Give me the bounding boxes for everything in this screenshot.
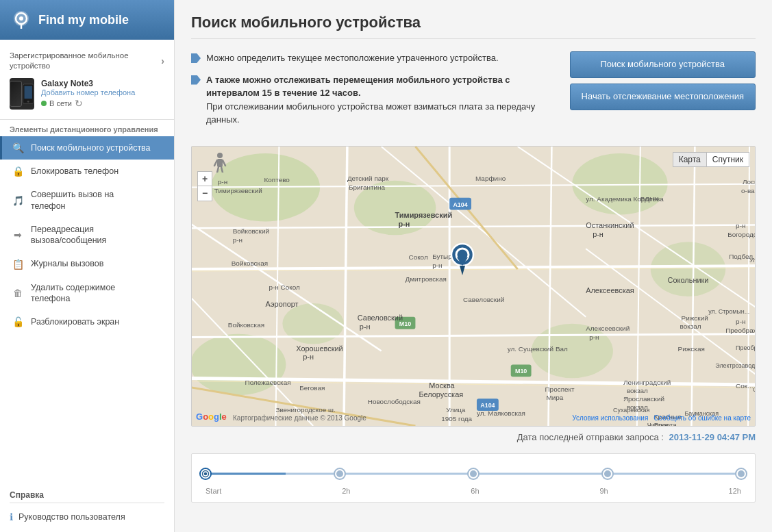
map-container[interactable]: M10 M10 A104 A104 р-н Тимирязевский Тими… [191,146,756,427]
timeline-label-2h: 2h [342,487,350,495]
device-image [10,78,34,110]
svg-line-123 [217,167,219,173]
map-link-error[interactable]: Сообщить об ошибке на карте [653,414,751,422]
help-label-manual: Руководство пользователя [18,512,125,522]
remote-section-title: Элементы дистанционного управления [0,120,174,136]
logo-icon [11,10,32,30]
svg-text:Мира: Мира [546,394,563,401]
svg-line-124 [221,167,223,173]
map-person-icon [212,152,227,175]
bullet-text-1: Можно определить текущее местоположение … [206,51,499,65]
sidebar-header: Find my mobile [0,0,174,40]
svg-text:р-н: р-н [233,236,242,244]
svg-text:Новослободская: Новослободская [368,398,421,405]
svg-text:р-н: р-н [360,322,371,330]
svg-text:Детский парк: Детский парк [347,174,389,181]
device-section-header: Зарегистрированное мобильное устройство … [0,47,174,75]
device-status: В сети ↻ [41,98,164,109]
sidebar-item-lock[interactable]: 🔒 Блокировать телефон [0,160,174,183]
sidebar-item-logs[interactable]: 📋 Журналы вызовов [0,252,174,275]
svg-text:о-ва: о-ва [741,186,755,194]
map-link-terms[interactable]: Условия использования [572,414,648,422]
svg-text:р-н: р-н [589,333,599,340]
timeline-container: Start 2h 6h 9h 12h [191,453,756,503]
nav-items: 🔍 Поиск мобильного устройства 🔒 Блокиров… [0,136,174,334]
timeline-dot-12h[interactable] [736,469,746,479]
svg-text:Бригантина: Бригантина [349,183,386,190]
sidebar-item-wipe[interactable]: 🗑 Удалить содержимоетелефона [0,276,174,311]
device-section: Зарегистрированное мобильное устройство … [0,40,174,120]
svg-rect-5 [24,86,32,99]
svg-text:ул. Маяковская: ул. Маяковская [477,409,525,417]
map-pin [450,242,475,277]
svg-text:Полежаевская: Полежаевская [245,379,291,386]
svg-text:Сок...: Сок... [736,382,753,390]
svg-point-125 [201,470,210,478]
help-section: Справка ℹ Руководство пользователя [0,483,174,532]
forward-icon: ➡ [12,229,24,240]
svg-text:Белорусская: Белорусская [419,390,463,398]
svg-text:Сокол: Сокол [408,253,427,261]
zoom-in-button[interactable]: + [197,171,212,186]
timeline-dot-2h[interactable] [335,469,345,479]
svg-text:Хорошевский: Хорошевский [296,344,343,352]
svg-text:Звенигородское ш.: Звенигородское ш. [275,406,335,414]
sidebar-item-call[interactable]: 🎵 Совершить вызов нателефон [0,183,174,218]
device-add-number[interactable]: Добавить номер телефона [41,88,164,97]
search-button[interactable]: Поиск мобильного устройства [570,51,756,78]
nav-label-logs: Журналы вызовов [31,258,164,269]
help-item-manual[interactable]: ℹ Руководство пользователя [10,509,164,525]
svg-text:Преображ...: Преображ... [725,326,755,333]
sidebar-item-forward[interactable]: ➡ Переадресациявызова/сообщения [0,218,174,253]
svg-text:вокзал: вокзал [627,387,648,394]
zoom-out-button[interactable]: − [197,186,212,201]
google-logo: Google [196,411,227,422]
main-content: Поиск мобильного устройства Можно опреде… [175,0,772,532]
info-bullet-2: А также можно отслеживать перемещения мо… [191,73,556,127]
bullet-icon-1 [191,53,201,63]
svg-point-119 [217,153,223,158]
svg-point-13 [282,303,344,344]
svg-text:Тимирязевский: Тимирязевский [395,211,453,219]
svg-text:1905 года: 1905 года [441,415,472,422]
svg-text:Алексеевская: Алексеевская [586,286,634,294]
svg-text:Улi...: Улi... [749,257,755,264]
map-type-satellite[interactable]: Спутник [707,152,749,167]
svg-text:р-н: р-н [736,317,745,325]
timeline-labels: Start 2h 6h 9h 12h [206,487,741,495]
svg-text:ул. Сущевский Вал: ул. Сущевский Вал [508,344,568,352]
svg-text:Коптево: Коптево [264,175,290,183]
svg-line-121 [214,160,217,166]
svg-text:Москва: Москва [429,381,455,390]
info-section: Можно определить текущее местоположение … [191,51,756,135]
device-status-label: В сети [49,99,72,107]
call-icon: 🎵 [12,195,24,206]
last-request: Дата последней отправки запроса : 2013-1… [191,427,756,448]
logs-icon: 📋 [12,259,24,270]
svg-text:Рижская: Рижская [678,344,705,352]
map-type-map[interactable]: Карта [673,152,707,167]
nav-label-lock: Блокировать телефон [31,166,164,177]
svg-text:Электрозаводская: Электрозаводская [715,362,755,369]
svg-text:Сухаревская: Сухаревская [613,407,649,414]
last-request-value: 2013-11-29 04:47 PM [669,432,756,442]
nav-label-call: Совершить вызов нателефон [31,189,164,212]
sidebar-item-unlock[interactable]: 🔓 Разблокировать экран [0,310,174,333]
track-button[interactable]: Начать отслеживание местоположения [570,84,756,110]
svg-text:Чистые: Чистые [647,421,669,425]
chevron-right-icon[interactable]: › [161,55,164,66]
timeline-dot-9h[interactable] [603,469,612,479]
svg-line-122 [223,160,225,166]
svg-text:р-н: р-н [218,177,227,185]
svg-text:Алексеевский: Алексеевский [586,324,630,331]
svg-text:Улица: Улица [446,406,466,414]
timeline-label-6h: 6h [471,487,479,495]
device-info: Galaxy Note3 Добавить номер телефона В с… [41,79,164,109]
info-bullet-1: Можно определить текущее местоположение … [191,51,556,65]
refresh-icon[interactable]: ↻ [75,98,83,109]
svg-text:Аэропорт: Аэропорт [265,299,298,307]
svg-text:Войковская: Войковская [232,259,268,267]
timeline-dot-start[interactable] [201,469,210,479]
sidebar-item-search[interactable]: 🔍 Поиск мобильного устройства [0,136,174,160]
timeline-dot-6h[interactable] [469,469,478,479]
